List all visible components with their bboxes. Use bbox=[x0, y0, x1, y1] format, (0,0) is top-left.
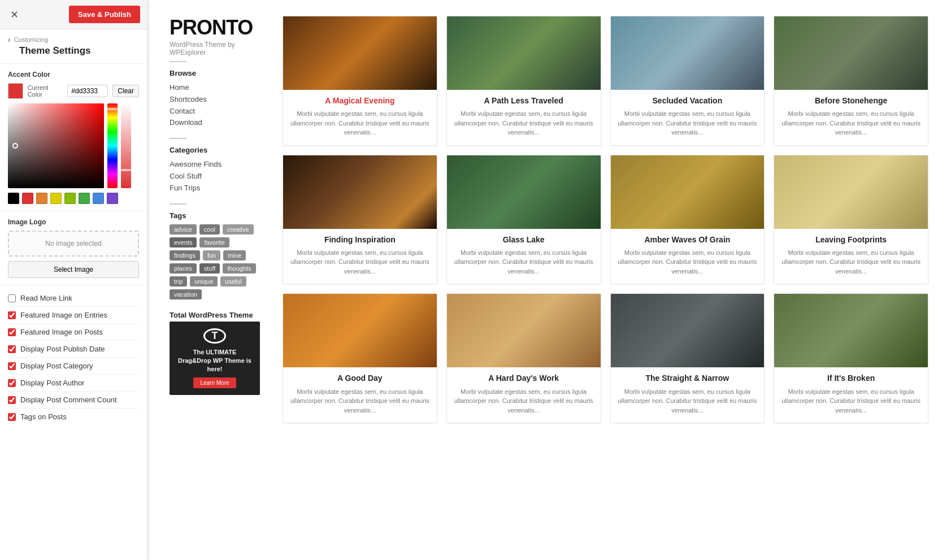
blog-card-2[interactable]: Secluded VacationMorbi vulputate egestas… bbox=[610, 16, 765, 146]
category-link-cool-stuff[interactable]: Cool Stuff bbox=[170, 171, 260, 183]
opacity-slider[interactable] bbox=[121, 103, 131, 188]
tag-advice[interactable]: advice bbox=[170, 224, 197, 235]
blog-card-excerpt-3: Morbi vulputate egestas sem, eu cursus l… bbox=[781, 109, 921, 137]
tag-events[interactable]: events bbox=[170, 237, 197, 248]
checkbox-6[interactable] bbox=[8, 396, 16, 404]
color-swatch-0[interactable] bbox=[8, 193, 19, 204]
color-row: Current Color Clear bbox=[8, 83, 139, 99]
hue-slider[interactable] bbox=[107, 103, 118, 188]
category-link-fun-trips[interactable]: Fun Trips bbox=[170, 183, 260, 194]
theme-settings-title: Theme Settings bbox=[8, 45, 139, 57]
tag-mine[interactable]: mine bbox=[223, 250, 246, 261]
blog-card-title-9: A Hard Day's Work bbox=[454, 373, 594, 383]
blog-card-title-5: Glass Lake bbox=[454, 235, 594, 245]
clear-color-button[interactable]: Clear bbox=[112, 85, 139, 97]
tag-favorite[interactable]: favorite bbox=[199, 237, 229, 248]
color-cursor bbox=[12, 143, 18, 149]
blog-card-10[interactable]: The Straight & NarrowMorbi vulputate ege… bbox=[610, 293, 765, 423]
ad-learn-more-button[interactable]: Learn More bbox=[193, 377, 236, 388]
close-button[interactable]: ✕ bbox=[7, 7, 22, 22]
checkbox-0[interactable] bbox=[8, 294, 16, 302]
color-gradient[interactable] bbox=[8, 103, 104, 188]
blog-card-9[interactable]: A Hard Day's WorkMorbi vulputate egestas… bbox=[446, 293, 601, 423]
ad-widget-content: T The ULTIMATE Drag&Drop WP Theme is her… bbox=[170, 322, 260, 395]
checkbox-2[interactable] bbox=[8, 328, 16, 336]
blog-card-image-11 bbox=[774, 294, 928, 367]
tag-trip[interactable]: trip bbox=[170, 276, 187, 286]
checkbox-5[interactable] bbox=[8, 379, 16, 387]
blog-card-0[interactable]: A Magical EveningMorbi vulputate egestas… bbox=[283, 16, 437, 146]
hue-indicator bbox=[107, 108, 118, 110]
category-link-awesome-finds[interactable]: Awesome Finds bbox=[170, 159, 260, 171]
blog-card-title-8: A Good Day bbox=[290, 373, 430, 383]
color-swatch-3[interactable] bbox=[50, 193, 62, 204]
color-swatch[interactable] bbox=[8, 83, 23, 99]
browse-links: HomeShortcodesContactDownload bbox=[170, 82, 260, 129]
blog-card-image-0 bbox=[283, 16, 437, 90]
checkbox-item-7: Tags on Posts bbox=[8, 409, 139, 425]
tag-unique[interactable]: unique bbox=[190, 276, 218, 286]
tags-title: Tags bbox=[170, 211, 260, 220]
blog-card-5[interactable]: Glass LakeMorbi vulputate egestas sem, e… bbox=[446, 155, 601, 285]
nav-link-home[interactable]: Home bbox=[170, 82, 260, 94]
site-tagline: WordPress Theme by WPExplorer bbox=[170, 41, 260, 57]
checkbox-4[interactable] bbox=[8, 362, 16, 370]
checkbox-label-5: Display Post Author bbox=[20, 379, 84, 387]
blog-card-excerpt-4: Morbi vulputate egestas sem, eu cursus l… bbox=[290, 248, 430, 276]
tag-thoughts[interactable]: thoughts bbox=[223, 263, 255, 274]
tag-vacation[interactable]: vacation bbox=[170, 289, 202, 299]
tag-cool[interactable]: cool bbox=[199, 224, 220, 235]
tag-places[interactable]: places bbox=[170, 263, 197, 274]
blog-card-11[interactable]: If It's BrokenMorbi vulputate egestas se… bbox=[774, 293, 928, 423]
save-publish-button[interactable]: Save & Publish bbox=[69, 6, 140, 23]
nav-link-contact[interactable]: Contact bbox=[170, 106, 260, 118]
image-upload-area: No image selected bbox=[8, 231, 139, 257]
blog-card-excerpt-10: Morbi vulputate egestas sem, eu cursus l… bbox=[618, 387, 758, 415]
color-swatch-5[interactable] bbox=[79, 193, 90, 204]
blog-card-4[interactable]: Finding InspirationMorbi vulputate egest… bbox=[283, 155, 437, 285]
blog-card-image-4 bbox=[283, 155, 437, 229]
blog-card-excerpt-7: Morbi vulputate egestas sem, eu cursus l… bbox=[781, 248, 921, 276]
checkbox-item-3: Display Post Publish Date bbox=[8, 341, 139, 358]
image-logo-title: Image Logo bbox=[8, 218, 139, 226]
customizing-text: Customizing bbox=[14, 36, 49, 43]
site-identity: PRONTO WordPress Theme by WPExplorer Bro… bbox=[170, 16, 260, 423]
tag-findings[interactable]: findings bbox=[170, 250, 200, 261]
checkbox-item-2: Featured Image on Posts bbox=[8, 324, 139, 341]
tag-fun[interactable]: fun bbox=[203, 250, 220, 261]
blog-card-3[interactable]: Before StonehengeMorbi vulputate egestas… bbox=[774, 16, 928, 146]
blog-grid-container: A Magical EveningMorbi vulputate egestas… bbox=[283, 16, 928, 423]
nav-link-shortcodes[interactable]: Shortcodes bbox=[170, 94, 260, 106]
checkbox-3[interactable] bbox=[8, 345, 16, 353]
select-image-button[interactable]: Select Image bbox=[8, 261, 139, 278]
checkbox-item-5: Display Post Author bbox=[8, 375, 139, 392]
blog-card-8[interactable]: A Good DayMorbi vulputate egestas sem, e… bbox=[283, 293, 437, 423]
tag-useful[interactable]: useful bbox=[220, 276, 246, 286]
blog-card-excerpt-9: Morbi vulputate egestas sem, eu cursus l… bbox=[454, 387, 594, 415]
nav-link-download[interactable]: Download bbox=[170, 117, 260, 129]
color-swatch-6[interactable] bbox=[93, 193, 104, 204]
nav-divider-3 bbox=[170, 203, 186, 205]
nav-divider-2 bbox=[170, 138, 186, 139]
color-swatch-2[interactable] bbox=[36, 193, 47, 204]
blog-card-title-6: Amber Waves Of Grain bbox=[618, 235, 758, 245]
accent-color-section: Accent Color Current Color Clear bbox=[0, 64, 147, 211]
blog-card-title-4: Finding Inspiration bbox=[290, 235, 430, 245]
back-arrow[interactable]: ‹ bbox=[8, 35, 11, 44]
checkbox-1[interactable] bbox=[8, 311, 16, 319]
blog-card-excerpt-8: Morbi vulputate egestas sem, eu cursus l… bbox=[290, 387, 430, 415]
blog-card-1[interactable]: A Path Less TraveledMorbi vulputate eges… bbox=[446, 16, 601, 146]
opacity-indicator bbox=[121, 169, 131, 171]
checkbox-label-4: Display Post Category bbox=[20, 362, 93, 370]
color-swatch-1[interactable] bbox=[22, 193, 33, 204]
checkbox-7[interactable] bbox=[8, 413, 16, 421]
tag-creative[interactable]: creative bbox=[223, 224, 254, 235]
blog-card-7[interactable]: Leaving FootprintsMorbi vulputate egesta… bbox=[774, 155, 928, 285]
color-swatch-4[interactable] bbox=[64, 193, 76, 204]
blog-card-6[interactable]: Amber Waves Of GrainMorbi vulputate eges… bbox=[610, 155, 765, 285]
tag-stuff[interactable]: stuff bbox=[199, 263, 220, 274]
color-hex-input[interactable] bbox=[67, 85, 108, 97]
color-swatch-7[interactable] bbox=[107, 193, 118, 204]
checkbox-item-1: Featured Image on Entries bbox=[8, 307, 139, 324]
blog-card-image-7 bbox=[774, 155, 928, 229]
